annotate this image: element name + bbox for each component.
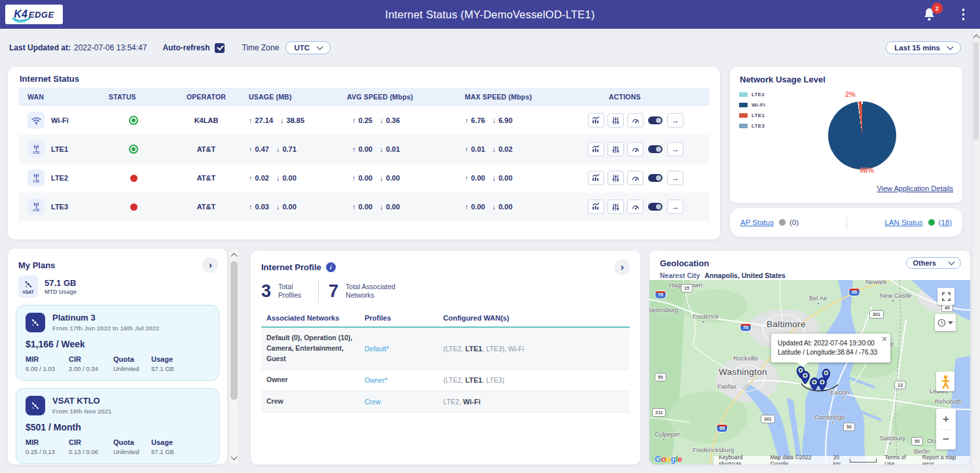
wan-enable-toggle[interactable]	[648, 203, 662, 211]
col-associated-networks: Associated Networks	[266, 314, 365, 322]
k4-edge-logo[interactable]: K4 EDGE	[5, 5, 63, 24]
wan-details-button[interactable]: →	[667, 113, 683, 128]
street-view-pegman-icon[interactable]	[936, 372, 954, 391]
legend-label: Wi-Fi	[752, 102, 765, 108]
upload-value: 0.47	[255, 145, 269, 153]
wan-table-header: WAN STATUS OPERATOR USAGE (MB) AVG SPEED…	[18, 88, 710, 106]
profile-link[interactable]: Crew	[365, 398, 381, 406]
wan-enable-toggle[interactable]	[648, 116, 662, 124]
vsat-badge-label: VSAT	[23, 290, 34, 294]
col-usage: USAGE (MB)	[249, 93, 346, 101]
legend-label: LTE3	[752, 123, 765, 129]
usage-pie-chart[interactable]	[828, 101, 896, 169]
wan-usage: ↑0.03↓0.00	[249, 203, 346, 211]
wan-avg-speed: ↑0.00↓0.01	[346, 145, 458, 153]
plan-card[interactable]: Platinum 3From 17th Jun 2022 to 16th Jul…	[16, 305, 219, 381]
auto-refresh-checkbox[interactable]	[215, 43, 225, 53]
keyboard-shortcuts-link[interactable]: Keyboard shortcuts	[719, 454, 763, 465]
wan-config-button[interactable]	[608, 171, 624, 185]
plan-metric-label: Quota	[113, 438, 145, 446]
lan-status-count[interactable]: (18)	[939, 219, 952, 226]
wan-cell: LTELTE1	[18, 141, 103, 158]
zoom-in-button[interactable]: +	[936, 410, 956, 429]
my-plans-expand-button[interactable]: ›	[202, 257, 218, 273]
arrow-up-icon: ↑	[465, 116, 469, 124]
plan-card[interactable]: VSAT KTLOFrom 19th Nov 2021$501 / MonthM…	[16, 388, 219, 464]
ap-status-link[interactable]: AP Status	[740, 219, 774, 226]
notifications-bell-icon[interactable]: 2	[922, 7, 937, 22]
wan-graph-button[interactable]	[588, 200, 604, 214]
wan-enable-toggle[interactable]	[648, 174, 662, 182]
col-configured-wans: Configured WAN(s)	[443, 314, 625, 322]
wan-max-speed: ↑6.76↓6.90	[458, 116, 586, 124]
wan-details-button[interactable]: →	[667, 171, 683, 185]
legend-label: LTE2	[752, 92, 765, 97]
scroll-up-arrow-icon[interactable]	[229, 251, 238, 260]
wan-graph-button[interactable]	[588, 171, 604, 185]
total-networks-value: 7	[329, 281, 338, 302]
scrollbar-thumb[interactable]	[230, 261, 238, 400]
vessel-info-window: ✕ Updated At: 2022-07-04 19:30:00 Latitu…	[771, 334, 890, 362]
map-history-button[interactable]	[935, 314, 956, 331]
info-icon[interactable]: i	[326, 262, 336, 272]
total-profiles-value: 3	[261, 281, 271, 302]
wan-actions: →	[586, 142, 710, 156]
profile-link[interactable]: Owner*	[365, 376, 388, 384]
wan-graph-button[interactable]	[588, 113, 604, 128]
wan-speedtest-button[interactable]	[627, 200, 644, 214]
profile-cell: Owner*	[365, 376, 443, 384]
close-icon[interactable]: ✕	[881, 335, 887, 343]
wan-speedtest-button[interactable]	[627, 171, 644, 185]
map-fullscreen-button[interactable]	[937, 288, 954, 305]
plan-metrics: MIRCIRQuotaUsage0.25 / 0.130.13 / 0.06Un…	[26, 438, 209, 455]
geolocation-filter-select[interactable]: Others	[906, 257, 961, 269]
wan-speedtest-button[interactable]	[627, 113, 644, 128]
wan-graph-button[interactable]	[588, 142, 604, 156]
download-value: 0.00	[498, 174, 512, 182]
scroll-down-arrow-icon[interactable]	[229, 453, 238, 463]
scroll-up-arrow-icon[interactable]	[972, 31, 980, 40]
view-application-details-link[interactable]: View Application Details	[877, 184, 953, 192]
internet-profile-expand-button[interactable]: ›	[614, 259, 630, 275]
plan-metric-label: Usage	[151, 355, 209, 363]
wan-details-button[interactable]: →	[667, 200, 683, 214]
last-updated-value: 2022-07-06 13:54:47	[74, 43, 147, 52]
wan-details-button[interactable]: →	[667, 142, 683, 156]
overflow-menu-icon[interactable]	[961, 7, 966, 22]
terms-of-use-link[interactable]: Terms of Use	[884, 454, 915, 465]
wan-enable-toggle[interactable]	[648, 145, 662, 153]
toolbar: Last Updated at: 2022-07-06 13:54:47 Aut…	[0, 29, 971, 67]
plan-header: Platinum 3From 17th Jun 2022 to 16th Jul…	[26, 313, 209, 332]
page-scrollbar[interactable]	[971, 29, 980, 473]
time-zone-select[interactable]: UTC	[285, 41, 331, 54]
lan-status-dot-icon	[928, 219, 935, 226]
google-logo[interactable]: Google	[655, 454, 682, 464]
map[interactable]: HagerstownMartinsburgFrederickBel AirNew…	[649, 280, 970, 464]
report-map-error-link[interactable]: Report a map error	[922, 454, 965, 465]
map-city-label: Baltimore	[767, 319, 806, 329]
arrow-up-icon: ↑	[249, 116, 253, 124]
arrow-down-icon: ↓	[380, 203, 384, 211]
profile-link[interactable]: Default*	[365, 345, 389, 353]
wan-config-button[interactable]	[608, 142, 624, 156]
time-range-select[interactable]: Last 15 mins	[886, 41, 961, 54]
plan-metrics: MIRCIRQuotaUsage6.00 / 1.032.00 / 0.34Un…	[26, 355, 209, 372]
col-wan: WAN	[18, 93, 103, 101]
wan-config-button[interactable]	[608, 113, 624, 128]
scrollbar-thumb[interactable]	[973, 42, 979, 140]
zoom-out-button[interactable]: −	[936, 430, 956, 449]
map-city-label: Washington	[719, 367, 767, 377]
route-shield: 15	[681, 284, 693, 292]
wan-config-button[interactable]	[608, 200, 624, 214]
download-value: 38.85	[287, 116, 305, 124]
route-shield: 70	[740, 323, 752, 332]
wan-status-cell	[103, 116, 164, 125]
wan-speedtest-button[interactable]	[627, 142, 644, 156]
arrow-down-icon: ↓	[492, 145, 496, 153]
lte-icon: LTE	[27, 141, 45, 158]
plan-price: $1,166 / Week	[26, 339, 209, 349]
map-city-label: Rehoboth	[935, 398, 962, 405]
lan-status-link[interactable]: LAN Status	[884, 219, 922, 226]
arrow-up-icon: ↑	[249, 145, 253, 153]
plans-scrollbar[interactable]	[228, 249, 239, 464]
